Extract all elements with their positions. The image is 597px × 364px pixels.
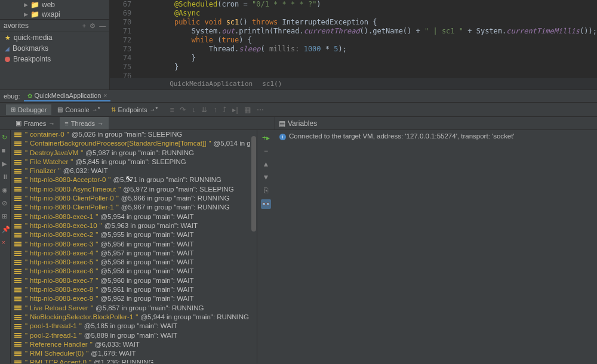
frames-icon: ▣ (16, 119, 21, 127)
debug-label: ebug: (4, 92, 20, 100)
thread-row[interactable]: "DestroyJavaVM"@5,987 in group "main": R… (11, 149, 257, 158)
stop-icon[interactable]: ■ (2, 147, 9, 154)
more-icon[interactable]: ⋯ (257, 106, 264, 114)
code-line[interactable]: 73 Thread.sleep( millis: 1000 * 5); (110, 45, 597, 54)
thread-row[interactable]: "http-nio-8080-exec-3"@5,956 in group "m… (11, 240, 257, 249)
thread-row[interactable]: "http-nio-8080-exec-6"@5,959 in group "m… (11, 267, 257, 276)
thread-row[interactable]: "ContainerBackgroundProcessor[StandardEn… (11, 139, 257, 148)
breadcrumb-method[interactable]: sc1() (262, 80, 282, 88)
thread-name: http-nio-8080-exec-3 (30, 240, 93, 249)
favorites-label: avorites (4, 21, 29, 30)
thread-row[interactable]: "http-nio-8080-ClientPoller-0"@5,966 in … (11, 194, 257, 203)
down-icon[interactable]: ▼ (263, 173, 270, 181)
thread-row[interactable]: "http-nio-8080-ClientPoller-1"@5,967 in … (11, 203, 257, 212)
thread-row[interactable]: "container-0"@5,026 in group "main": SLE… (11, 130, 257, 139)
variables-panel[interactable]: iConnected to the target VM, address: '1… (275, 130, 597, 363)
star-icon: ★ (5, 34, 11, 42)
thread-row[interactable]: "Live Reload Server"@5,857 in group "mai… (11, 304, 257, 313)
thread-icon (14, 351, 23, 357)
thread-row[interactable]: "http-nio-8080-exec-4"@5,957 in group "m… (11, 249, 257, 258)
thread-icon (14, 205, 23, 211)
code-line[interactable]: 71 System.out.println(Thread.currentThre… (110, 27, 597, 36)
gear-icon[interactable]: ⚙ (90, 22, 96, 30)
thread-row[interactable]: "http-nio-8080-exec-10"@5,963 in group "… (11, 221, 257, 230)
step-into-icon[interactable]: ↓ (192, 106, 195, 114)
line-number: 74 (110, 54, 140, 63)
tab-debugger[interactable]: ⊞Debugger (6, 104, 51, 115)
tree-item-web[interactable]: ▶📁web (0, 0, 109, 10)
tree-item-wxapi[interactable]: ▶📁wxapi (0, 10, 109, 19)
code-line[interactable]: 67 @Scheduled(cron = "0/1 * * * * ?") (110, 0, 597, 9)
debug-session-tab[interactable]: ✿ QuickMediaApplication × (24, 91, 111, 101)
favorite-bookmarks[interactable]: ◢Bookmarks (0, 43, 109, 54)
code-text: while (true) { (140, 36, 252, 45)
thread-info: @5,845 in group "main": SLEEPING (75, 158, 186, 166)
remove-icon[interactable]: − (264, 147, 268, 155)
thread-row[interactable]: "http-nio-8080-AsyncTimeout"@5,972 in gr… (11, 185, 257, 194)
favorite-breakpoints[interactable]: Breakpoints (0, 54, 109, 64)
rerun-icon[interactable]: ↻ (2, 134, 9, 141)
code-line[interactable]: 69 @Async (110, 9, 597, 18)
scrollbar-thumb[interactable] (251, 136, 256, 232)
thread-row[interactable]: "NioBlockingSelector.BlockPoller-1"@5,94… (11, 313, 257, 322)
settings-icon[interactable]: ⊞ (2, 212, 9, 220)
thread-name: RMI Scheduler(0) (30, 349, 84, 358)
thread-row[interactable]: "pool-2-thread-1"@5,889 in group "main":… (11, 331, 257, 340)
thread-row[interactable]: "http-nio-8080-exec-1"@5,954 in group "m… (11, 212, 257, 221)
tab-console[interactable]: ▤Console→* (53, 104, 104, 115)
line-number: 70 (110, 18, 140, 27)
step-out-icon[interactable]: ↑ (213, 106, 217, 114)
thread-row[interactable]: "http-nio-8080-exec-8"@5,961 in group "m… (11, 285, 257, 294)
code-line[interactable]: 74 } (110, 54, 597, 63)
favorite-quick-media[interactable]: ★quick-media (0, 32, 109, 43)
tab-frames[interactable]: ▣Frames→ (11, 117, 60, 129)
add-icon[interactable]: + (82, 22, 86, 30)
evaluate-icon[interactable]: ▦ (244, 106, 251, 114)
threads-list[interactable]: "container-0"@5,026 in group "main": SLE… (11, 130, 257, 363)
thread-row[interactable]: "RMI TCP Accept-0"@1,236: RUNNING (11, 358, 257, 363)
thread-info: @5,857 in group "main": RUNNING (96, 304, 204, 313)
watches-icon[interactable]: 👓 (261, 199, 271, 209)
thread-row[interactable]: "Finalizer"@6,032: WAIT (11, 166, 257, 175)
project-tool-window[interactable]: ▶📁web ▶📁wxapi avorites + ⚙ — ★quick-medi… (0, 0, 110, 90)
code-line[interactable]: 75 } (110, 63, 597, 72)
thread-row[interactable]: "http-nio-8080-exec-9"@5,962 in group "m… (11, 294, 257, 303)
pause-icon[interactable]: ⏸ (2, 173, 9, 180)
force-step-icon[interactable]: ⇊ (201, 106, 207, 114)
run-to-cursor-icon[interactable]: ▸| (232, 106, 238, 114)
code-text: @Scheduled(cron = "0/1 * * * * ?") (140, 0, 321, 9)
thread-row[interactable]: "RMI Scheduler(0)"@1,678: WAIT (11, 349, 257, 358)
thread-name: http-nio-8080-exec-8 (30, 285, 93, 294)
close-icon[interactable]: × (103, 92, 107, 99)
thread-row[interactable]: "http-nio-8080-Acceptor-0"@5,971 in grou… (11, 175, 257, 184)
thread-row[interactable]: "http-nio-8080-exec-5"@5,958 in group "m… (11, 258, 257, 267)
copy-icon[interactable]: ⎘ (264, 186, 268, 195)
thread-info: @5,959 in group "main": WAIT (100, 267, 193, 276)
thread-row[interactable]: "Reference Handler"@6,033: WAIT (11, 340, 257, 349)
thread-row[interactable]: "pool-1-thread-1"@5,185 in group "main":… (11, 322, 257, 331)
mute-bp-icon[interactable]: ⊘ (2, 199, 9, 206)
show-execution-icon[interactable]: ≡ (170, 106, 174, 114)
thread-row[interactable]: "http-nio-8080-exec-2"@5,955 in group "m… (11, 230, 257, 239)
code-line[interactable]: 70 public void sc1() throws InterruptedE… (110, 18, 597, 27)
thread-name: pool-2-thread-1 (30, 331, 77, 340)
scrollbar[interactable] (251, 130, 257, 363)
pin-icon[interactable]: 📌 (2, 226, 9, 233)
thread-name: http-nio-8080-ClientPoller-1 (30, 203, 114, 212)
tab-endpoints[interactable]: ⇅Endpoints→* (106, 104, 163, 115)
close-icon[interactable]: × (2, 239, 9, 246)
view-bp-icon[interactable]: ◉ (2, 186, 9, 193)
step-over-icon[interactable]: ↷ (180, 106, 186, 114)
tab-threads[interactable]: ≡Threads→ (60, 117, 109, 129)
add-watch-icon[interactable]: +▸ (262, 134, 270, 142)
up-icon[interactable]: ▲ (263, 160, 270, 168)
code-line[interactable]: 72 while (true) { (110, 36, 597, 45)
minimize-icon[interactable]: — (99, 22, 106, 30)
thread-row[interactable]: "File Watcher"@5,845 in group "main": SL… (11, 158, 257, 166)
breadcrumb-class[interactable]: QuickMediaApplication (170, 80, 253, 88)
thread-name: ContainerBackgroundProcessor[StandardEng… (30, 139, 206, 148)
thread-row[interactable]: "http-nio-8080-exec-7"@5,960 in group "m… (11, 276, 257, 285)
drop-frame-icon[interactable]: ⤴ (223, 106, 226, 114)
code-editor[interactable]: 67 @Scheduled(cron = "0/1 * * * * ?")69 … (110, 0, 597, 90)
resume-icon[interactable]: ▶ (2, 160, 9, 167)
